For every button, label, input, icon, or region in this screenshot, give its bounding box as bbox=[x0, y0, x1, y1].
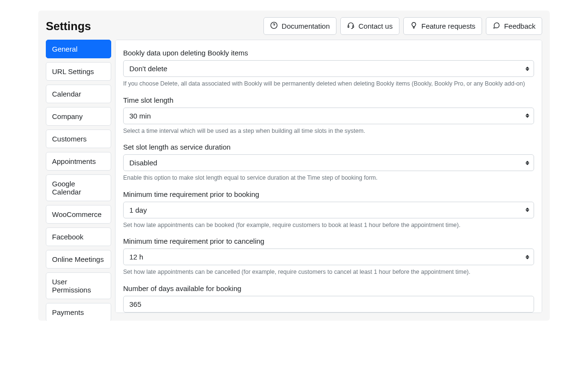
delete-data-select[interactable]: Don't delete bbox=[123, 60, 534, 77]
button-label: Feature requests bbox=[421, 22, 475, 30]
min-cancel-select[interactable]: 12 h bbox=[123, 248, 534, 265]
sidebar-item-facebook[interactable]: Facebook bbox=[46, 227, 111, 246]
field-days-available: Number of days available for booking Set… bbox=[123, 284, 534, 313]
days-available-input[interactable] bbox=[123, 296, 534, 313]
comment-icon bbox=[493, 22, 500, 31]
settings-sidebar: General URL Settings Calendar Company Cu… bbox=[46, 40, 111, 313]
svg-rect-2 bbox=[348, 26, 349, 28]
sidebar-item-payments[interactable]: Payments bbox=[46, 303, 111, 321]
button-label: Feedback bbox=[504, 22, 536, 30]
settings-panel: Settings Documentation Contact us bbox=[38, 11, 550, 321]
button-label: Documentation bbox=[282, 22, 330, 30]
field-help: If you choose Delete, all data associate… bbox=[123, 80, 534, 88]
panel-body: General URL Settings Calendar Company Cu… bbox=[38, 40, 550, 321]
lightbulb-icon bbox=[410, 22, 418, 31]
slot-length-select[interactable]: 30 min bbox=[123, 108, 534, 124]
field-delete-data: Bookly data upon deleting Bookly items D… bbox=[123, 49, 534, 88]
sidebar-item-general[interactable]: General bbox=[46, 40, 111, 58]
field-slot-length: Time slot length 30 min Select a time in… bbox=[123, 96, 534, 136]
contact-us-button[interactable]: Contact us bbox=[340, 17, 399, 35]
sidebar-item-google-calendar[interactable]: Google Calendar bbox=[46, 174, 111, 201]
sidebar-item-customers[interactable]: Customers bbox=[46, 130, 111, 148]
field-label: Set slot length as service duration bbox=[123, 143, 534, 151]
documentation-button[interactable]: Documentation bbox=[263, 17, 336, 35]
field-help: Select a time interval which will be use… bbox=[123, 127, 534, 136]
feedback-button[interactable]: Feedback bbox=[486, 17, 542, 35]
field-label: Minimum time requirement prior to bookin… bbox=[123, 190, 534, 198]
slot-as-duration-select[interactable]: Disabled bbox=[123, 154, 534, 171]
sidebar-item-appointments[interactable]: Appointments bbox=[46, 152, 111, 171]
field-help: Enable this option to make slot length e… bbox=[123, 174, 534, 183]
field-min-cancel: Minimum time requirement prior to cancel… bbox=[123, 237, 534, 277]
min-booking-select[interactable]: 1 day bbox=[123, 202, 534, 218]
svg-rect-3 bbox=[353, 26, 354, 28]
field-label: Time slot length bbox=[123, 96, 534, 104]
panel-header: Settings Documentation Contact us bbox=[38, 11, 550, 40]
settings-content[interactable]: Bookly data upon deleting Bookly items D… bbox=[115, 40, 542, 313]
feature-requests-button[interactable]: Feature requests bbox=[403, 17, 482, 35]
sidebar-item-calendar[interactable]: Calendar bbox=[46, 85, 111, 103]
headset-icon bbox=[347, 22, 355, 31]
field-help: Set how late appointments can be booked … bbox=[123, 221, 534, 230]
sidebar-item-url-settings[interactable]: URL Settings bbox=[46, 62, 111, 81]
header-buttons: Documentation Contact us Feature request… bbox=[263, 17, 542, 35]
sidebar-item-woocommerce[interactable]: WooCommerce bbox=[46, 205, 111, 224]
button-label: Contact us bbox=[358, 22, 393, 30]
sidebar-item-online-meetings[interactable]: Online Meetings bbox=[46, 250, 111, 269]
field-slot-as-duration: Set slot length as service duration Disa… bbox=[123, 143, 534, 183]
field-help: Set how late appointments can be cancell… bbox=[123, 268, 534, 277]
help-circle-icon bbox=[270, 22, 278, 31]
page-title: Settings bbox=[46, 20, 91, 33]
field-min-booking: Minimum time requirement prior to bookin… bbox=[123, 190, 534, 230]
field-label: Minimum time requirement prior to cancel… bbox=[123, 237, 534, 245]
sidebar-item-company[interactable]: Company bbox=[46, 107, 111, 126]
sidebar-item-user-permissions[interactable]: User Permissions bbox=[46, 272, 111, 299]
field-label: Bookly data upon deleting Bookly items bbox=[123, 49, 534, 57]
field-label: Number of days available for booking bbox=[123, 284, 534, 292]
